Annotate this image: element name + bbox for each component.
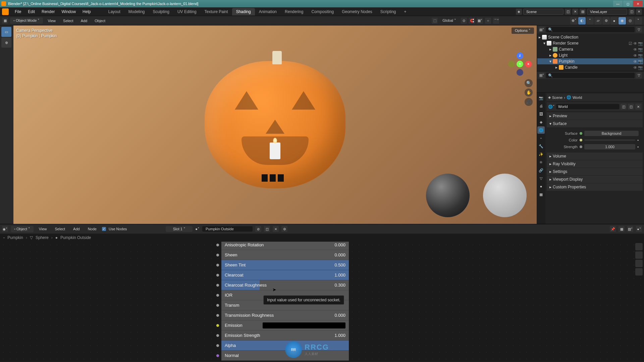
prop-tab-world[interactable]: 🌐 <box>537 126 545 134</box>
menu-render[interactable]: Render <box>38 8 58 15</box>
mat-copy-icon[interactable]: ◫ <box>264 226 270 232</box>
node-editor-type-icon[interactable]: ◉˅ <box>2 226 8 232</box>
menu-file[interactable]: File <box>11 8 24 15</box>
use-nodes-checkbox[interactable]: ✓ <box>102 227 106 231</box>
3d-viewport[interactable]: ▭ ⊕ Camera Perspective (0) Pumpkin | Pum… <box>0 25 537 224</box>
node-tool-2[interactable] <box>635 251 643 259</box>
snap-type-icon[interactable]: ▦˅ <box>477 18 483 24</box>
node-object-select[interactable]: ▫ Object ˅ <box>11 226 34 232</box>
mode-select[interactable]: ▫ Object Mode ˅ <box>10 17 43 24</box>
tab-scripting[interactable]: Scripting <box>376 8 400 15</box>
tree-scene-collection[interactable]: ▸ Scene Collection <box>537 34 643 40</box>
panel-volume[interactable]: ▸ Volume <box>547 153 643 160</box>
snap-icon[interactable]: 🧲 <box>469 18 475 24</box>
pan-icon[interactable]: ✋ <box>525 88 533 97</box>
mat-delete-icon[interactable]: ✕ <box>273 226 279 232</box>
shading-solid-icon[interactable]: ● <box>610 17 618 24</box>
prop-tab-output[interactable]: 🖨 <box>537 102 545 110</box>
node-select[interactable]: Select <box>52 226 68 232</box>
maximize-button[interactable]: ◻ <box>623 1 633 7</box>
panel-ray[interactable]: ▸ Ray Visibility <box>547 160 643 168</box>
outliner-type-icon[interactable]: ▤˅ <box>539 26 545 33</box>
close-button[interactable]: ✕ <box>633 1 643 7</box>
tree-camera[interactable]: ▸ Camera 👁📷 <box>537 46 643 52</box>
node-view[interactable]: View <box>36 226 50 232</box>
menu-window[interactable]: Window <box>58 8 79 15</box>
prop-tab-object[interactable]: ▫ <box>537 134 545 142</box>
menu-help[interactable]: Help <box>79 8 94 15</box>
world-delete-icon[interactable]: ✕ <box>635 104 641 110</box>
outliner-type2-icon[interactable]: ▤˅ <box>539 72 545 78</box>
editor-type-icon[interactable]: ▦ <box>2 18 8 24</box>
layer-new-icon[interactable]: ◫ <box>629 9 635 15</box>
material-name-input[interactable]: Pumpkin Outside <box>202 226 253 232</box>
color-field[interactable] <box>584 139 635 141</box>
shading-rendered-icon[interactable]: ◎ <box>627 17 634 24</box>
minimize-button[interactable]: — <box>613 1 623 7</box>
xray-icon[interactable]: ▱ <box>594 17 602 24</box>
node-snap-icon[interactable]: ▦ <box>619 226 625 232</box>
tab-add[interactable]: + <box>400 8 411 15</box>
camera-view-icon[interactable]: 🎥 <box>525 98 533 106</box>
node-canvas[interactable]: Anisotropic Rotation0.000 Sheen0.000 She… <box>0 242 644 361</box>
panel-viewport[interactable]: ▸ Viewport Display <box>547 176 643 183</box>
tree-light[interactable]: ▸ Light 👁📷 <box>537 52 643 58</box>
tab-geometry[interactable]: Geometry Nodes <box>338 8 376 15</box>
pivot-icon[interactable]: ⊙ <box>461 18 467 24</box>
overlay-toggle-icon[interactable]: ◐ <box>578 17 586 24</box>
scene-name-input[interactable] <box>523 9 564 15</box>
prop-tab-texture[interactable]: ▦ <box>537 191 545 198</box>
panel-surface[interactable]: ▾ Surface <box>547 120 643 127</box>
node-pin-icon[interactable]: 📌 <box>610 226 616 232</box>
tab-rendering[interactable]: Rendering <box>281 8 307 15</box>
layer-icon[interactable]: ▤ <box>580 9 586 15</box>
prop-tab-scene[interactable]: ◈ <box>537 118 545 126</box>
prop-tab-data[interactable]: ▽ <box>537 175 545 182</box>
prop-tab-constraint[interactable]: 🔗 <box>537 167 545 174</box>
tab-compositing[interactable]: Compositing <box>307 8 338 15</box>
mat-settings-icon[interactable]: ⚙ <box>281 226 287 232</box>
shading-material-icon[interactable]: ◉ <box>619 17 626 24</box>
tab-texture[interactable]: Texture Paint <box>201 8 232 15</box>
tab-uv[interactable]: UV Editing <box>173 8 201 15</box>
panel-custom[interactable]: ▸ Custom Properties <box>547 183 643 191</box>
strength-field[interactable]: 1.000 <box>584 144 635 149</box>
zoom-icon[interactable]: 🔍 <box>525 79 533 87</box>
blender-logo[interactable] <box>2 8 9 15</box>
filter-icon[interactable]: ▽ <box>636 26 642 33</box>
prop-tab-modifier[interactable]: 🔧 <box>537 142 545 150</box>
outliner-search2[interactable] <box>546 73 635 78</box>
proportional-icon[interactable]: ○ <box>485 18 491 24</box>
surface-type-field[interactable]: Background <box>584 131 639 136</box>
nav-gizmo[interactable]: Z Y X <box>508 52 532 76</box>
select-tool[interactable]: ▭ <box>1 27 11 37</box>
header-view[interactable]: View <box>45 18 58 24</box>
viewlayer-input[interactable] <box>587 9 627 15</box>
node-overlay-icon[interactable]: ▧˅ <box>627 226 633 232</box>
world-name-input[interactable] <box>556 104 619 109</box>
scene-new-icon[interactable]: ◫ <box>565 9 571 15</box>
prop-tab-view[interactable]: 🖼 <box>537 110 545 118</box>
prop-tab-render[interactable]: 📷 <box>537 94 545 102</box>
tab-modeling[interactable]: Modeling <box>124 8 149 15</box>
node-tool-1[interactable] <box>635 243 643 250</box>
prop-tab-particles[interactable]: ✨ <box>537 150 545 158</box>
node-tool-4[interactable] <box>635 268 643 276</box>
mat-pin-icon[interactable]: ⊘ <box>255 226 261 232</box>
prop-tab-material[interactable]: ● <box>537 183 545 190</box>
tree-pumpkin[interactable]: ▾ Pumpkin 👁📷 <box>537 58 643 64</box>
world-new-icon[interactable]: ◫ <box>628 104 634 110</box>
header-add[interactable]: Add <box>78 18 90 24</box>
options-button[interactable]: Options ˅ <box>512 27 534 34</box>
node-node[interactable]: Node <box>85 226 99 232</box>
cursor-tool[interactable]: ⊕ <box>1 38 11 48</box>
orientation-select[interactable]: Global ˅ <box>440 17 459 24</box>
tab-animation[interactable]: Animation <box>255 8 281 15</box>
outliner-search[interactable] <box>546 27 635 32</box>
tab-sculpting[interactable]: Sculpting <box>149 8 173 15</box>
panel-preview[interactable]: ▸ Preview <box>547 112 643 120</box>
node-shading-icon[interactable]: ●˅ <box>636 226 642 232</box>
layer-delete-icon[interactable]: ✕ <box>636 9 642 15</box>
gizmo-toggle-icon[interactable]: ⊕˅ <box>570 17 578 24</box>
prop-tab-physics[interactable]: ⚛ <box>537 159 545 166</box>
